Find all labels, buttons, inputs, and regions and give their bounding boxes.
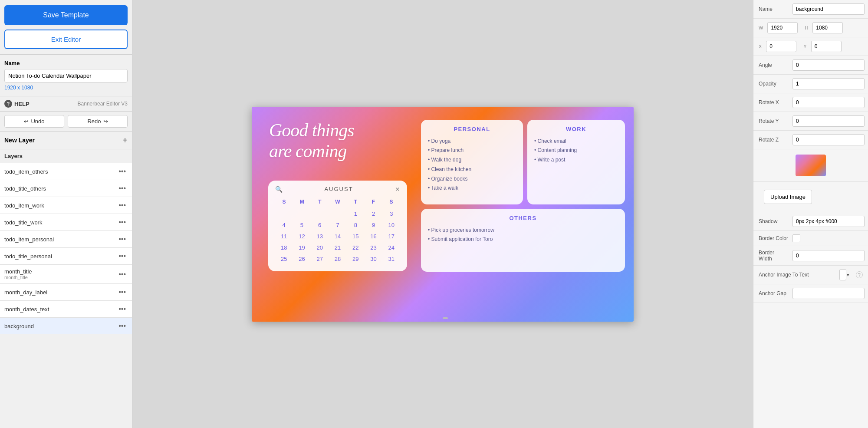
undo-button[interactable]: ↩ Undo xyxy=(4,115,64,128)
name-input[interactable] xyxy=(4,69,128,82)
canvas-wrapper[interactable]: Good things are coming 🔍 AUGUST ✕ S M T … xyxy=(252,107,634,322)
cal-day-19[interactable]: 19 xyxy=(293,242,310,253)
w-input[interactable] xyxy=(767,22,798,33)
layer-item[interactable]: todo_title_personal ••• xyxy=(0,247,132,264)
cal-day-9[interactable]: 9 xyxy=(365,220,382,230)
cal-day-8[interactable]: 8 xyxy=(347,220,364,230)
border-color-swatch[interactable] xyxy=(792,234,800,242)
calendar-days-header: S M T W T F S xyxy=(275,197,400,207)
others-panel[interactable]: OTHERS • Pick up groceries tomorrow • Su… xyxy=(421,209,625,272)
cal-day-29[interactable]: 29 xyxy=(347,254,364,264)
border-width-input[interactable] xyxy=(792,250,865,261)
layer-menu-button[interactable]: ••• xyxy=(117,217,128,227)
save-template-button[interactable]: Save Template xyxy=(4,5,128,25)
work-item-1: • Check email xyxy=(534,138,618,145)
layer-item[interactable]: month_title month_title ••• xyxy=(0,264,132,283)
layer-menu-button[interactable]: ••• xyxy=(117,234,128,244)
opacity-input[interactable] xyxy=(792,78,865,89)
cal-day-30[interactable]: 30 xyxy=(365,254,382,264)
cal-day-7[interactable]: 7 xyxy=(329,220,346,230)
anchor-info-icon[interactable]: ? xyxy=(856,271,863,278)
layer-menu-button[interactable]: ••• xyxy=(117,201,128,210)
cal-day-1[interactable]: 1 xyxy=(347,208,364,219)
layer-menu-button[interactable]: ••• xyxy=(117,184,128,193)
name-value-input[interactable] xyxy=(792,3,865,15)
redo-label: Redo xyxy=(87,118,101,125)
cal-day-13[interactable]: 13 xyxy=(311,231,329,242)
good-things-text[interactable]: Good things are coming xyxy=(269,120,354,162)
cal-day-27[interactable]: 27 xyxy=(311,254,329,264)
cal-day-31[interactable]: 31 xyxy=(383,254,400,264)
cal-day-28[interactable]: 28 xyxy=(329,254,346,264)
prop-angle-row: Angle xyxy=(753,56,868,75)
layer-item-background[interactable]: background ••• xyxy=(0,317,132,334)
resize-handle[interactable] xyxy=(443,317,448,319)
layer-name: background xyxy=(4,323,34,329)
dimensions-text[interactable]: 1920 x 1080 xyxy=(4,85,128,91)
layer-item[interactable]: todo_title_others ••• xyxy=(0,180,132,197)
canvas-content: Good things are coming 🔍 AUGUST ✕ S M T … xyxy=(252,107,634,322)
layer-item[interactable]: month_day_label ••• xyxy=(0,283,132,300)
help-button[interactable]: ? HELP xyxy=(4,100,30,108)
layer-menu-button[interactable]: ••• xyxy=(117,270,128,279)
add-layer-button[interactable]: + xyxy=(122,136,128,145)
cal-day-4[interactable]: 4 xyxy=(275,220,293,230)
rotatey-label: Rotate Y xyxy=(759,118,789,124)
cal-day-18[interactable]: 18 xyxy=(275,242,293,253)
angle-input[interactable] xyxy=(792,59,865,71)
redo-button[interactable]: Redo ↪ xyxy=(68,115,128,128)
layer-menu-button[interactable]: ••• xyxy=(117,167,128,176)
layer-item[interactable]: todo_title_work ••• xyxy=(0,214,132,230)
undo-arrow-icon: ↩ xyxy=(24,118,29,125)
cal-day-20[interactable]: 20 xyxy=(311,242,329,253)
anchor-gap-input[interactable] xyxy=(792,288,865,299)
layer-menu-button[interactable]: ••• xyxy=(117,287,128,297)
rotatex-label: Rotate X xyxy=(759,99,789,105)
undo-redo-row: ↩ Undo Redo ↪ xyxy=(0,112,132,132)
x-input[interactable] xyxy=(766,41,796,52)
cal-day-2[interactable]: 2 xyxy=(365,208,382,219)
rotatey-input[interactable] xyxy=(792,115,865,127)
close-icon[interactable]: ✕ xyxy=(395,186,400,193)
cal-day-21[interactable]: 21 xyxy=(329,242,346,253)
layer-menu-button[interactable]: ••• xyxy=(117,251,128,261)
h-input[interactable] xyxy=(812,22,843,33)
rotatez-input[interactable] xyxy=(792,134,865,145)
cal-day-6[interactable]: 6 xyxy=(311,220,329,230)
cal-day-24[interactable]: 24 xyxy=(383,242,400,253)
cal-day-17[interactable]: 17 xyxy=(383,231,400,242)
prop-rotatez-row: Rotate Z xyxy=(753,131,868,149)
cal-day-5[interactable]: 5 xyxy=(293,220,310,230)
layer-item[interactable]: todo_item_work ••• xyxy=(0,197,132,214)
others-item-2: • Submit application for Toro xyxy=(428,236,618,243)
work-item-3: • Write a post xyxy=(534,156,618,164)
upload-image-button[interactable]: Upload Image xyxy=(764,190,812,204)
y-input[interactable] xyxy=(811,41,842,52)
cal-day-3[interactable]: 3 xyxy=(383,208,400,219)
anchor-select[interactable] xyxy=(839,269,846,280)
work-panel[interactable]: WORK • Check email • Content planning • … xyxy=(527,120,625,204)
layer-item[interactable]: todo_item_personal ••• xyxy=(0,230,132,247)
cal-day-22[interactable]: 22 xyxy=(347,242,364,253)
layer-menu-button[interactable]: ••• xyxy=(117,304,128,314)
cal-day-12[interactable]: 12 xyxy=(293,231,310,242)
cal-day-11[interactable]: 11 xyxy=(275,231,293,242)
day-s2: S xyxy=(382,197,400,207)
exit-editor-button[interactable]: Exit Editor xyxy=(4,30,128,49)
cal-day-15[interactable]: 15 xyxy=(347,231,364,242)
personal-panel[interactable]: PERSONAL • Do yoga • Prepare lunch • Wal… xyxy=(421,120,523,204)
shadow-input[interactable] xyxy=(792,216,865,227)
layer-menu-button[interactable]: ••• xyxy=(117,321,128,331)
cal-day-16[interactable]: 16 xyxy=(365,231,382,242)
cal-day-26[interactable]: 26 xyxy=(293,254,310,264)
rotatex-input[interactable] xyxy=(792,97,865,108)
cal-day-25[interactable]: 25 xyxy=(275,254,293,264)
calendar-widget[interactable]: 🔍 AUGUST ✕ S M T W T F S xyxy=(268,181,407,271)
cal-day-23[interactable]: 23 xyxy=(365,242,382,253)
w-label: W xyxy=(759,25,763,30)
cal-day-10[interactable]: 10 xyxy=(383,220,400,230)
cal-day-14[interactable]: 14 xyxy=(329,231,346,242)
layer-item[interactable]: month_dates_text ••• xyxy=(0,300,132,317)
layer-item[interactable]: todo_item_others ••• xyxy=(0,163,132,180)
day-w: W xyxy=(329,197,346,207)
